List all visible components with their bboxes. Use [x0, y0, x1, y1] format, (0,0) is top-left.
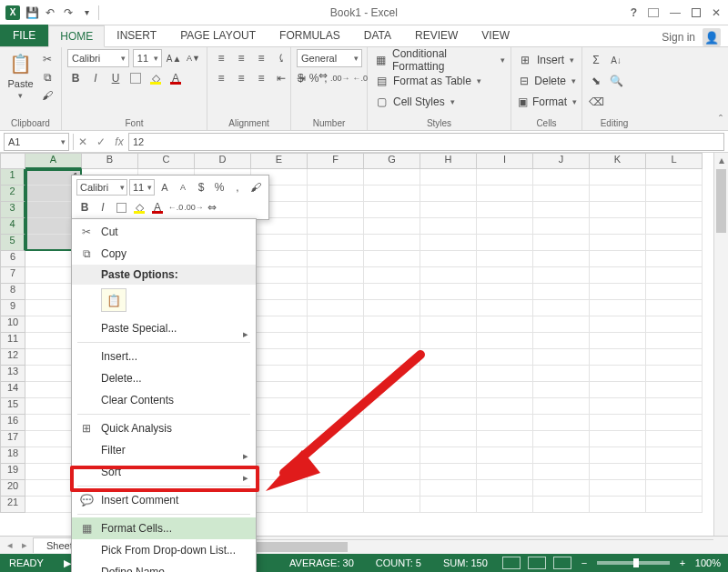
- cell[interactable]: [533, 415, 590, 431]
- cell[interactable]: [364, 398, 420, 415]
- cell[interactable]: [308, 316, 364, 333]
- cell[interactable]: [646, 464, 703, 480]
- cell[interactable]: [251, 284, 308, 300]
- cell[interactable]: [420, 300, 477, 316]
- cell[interactable]: [477, 333, 533, 349]
- cell[interactable]: [364, 186, 420, 202]
- cell[interactable]: [590, 300, 646, 316]
- cell[interactable]: [420, 202, 477, 218]
- column-header[interactable]: L: [646, 153, 703, 169]
- cm-quick-analysis[interactable]: ⊞Quick Analysis: [72, 417, 256, 439]
- cell[interactable]: [590, 284, 646, 300]
- cell[interactable]: [646, 202, 703, 218]
- cell[interactable]: [251, 382, 308, 398]
- cell[interactable]: [646, 398, 703, 415]
- cell[interactable]: [533, 169, 590, 186]
- page-layout-view-icon[interactable]: [528, 557, 546, 569]
- column-header[interactable]: K: [590, 153, 646, 169]
- cell[interactable]: [590, 316, 646, 333]
- scroll-thumb-vertical[interactable]: [716, 169, 726, 233]
- orientation-icon[interactable]: ⤹: [273, 50, 289, 66]
- cm-pick-from-list[interactable]: Pick From Drop-down List...: [72, 539, 256, 561]
- find-select-icon[interactable]: 🔍: [608, 73, 624, 89]
- paste-option-default[interactable]: 📋: [101, 288, 126, 312]
- column-header[interactable]: A: [25, 153, 82, 169]
- column-header[interactable]: I: [477, 153, 533, 169]
- cell[interactable]: [477, 202, 533, 218]
- column-header[interactable]: J: [533, 153, 590, 169]
- cell[interactable]: [477, 186, 533, 202]
- cell[interactable]: [590, 480, 646, 497]
- cell[interactable]: [308, 382, 364, 398]
- row-header[interactable]: 19: [0, 464, 25, 480]
- cell[interactable]: [420, 447, 477, 464]
- italic-button[interactable]: I: [87, 70, 104, 86]
- cell[interactable]: [364, 284, 420, 300]
- cell[interactable]: [590, 202, 646, 218]
- row-header[interactable]: 18: [0, 447, 25, 464]
- fill-icon[interactable]: ⬊: [588, 73, 604, 89]
- cell[interactable]: [364, 202, 420, 218]
- cell[interactable]: [364, 235, 420, 251]
- help-icon[interactable]: ?: [631, 6, 637, 19]
- cell[interactable]: [420, 415, 477, 431]
- cell[interactable]: [477, 316, 533, 333]
- cm-delete[interactable]: Delete...: [72, 367, 256, 389]
- cell[interactable]: [308, 447, 364, 464]
- cell[interactable]: [477, 251, 533, 267]
- column-header[interactable]: D: [195, 153, 251, 169]
- cell[interactable]: [364, 316, 420, 333]
- cell[interactable]: [364, 415, 420, 431]
- bold-button[interactable]: B: [67, 70, 84, 86]
- cell[interactable]: [420, 218, 477, 235]
- cell[interactable]: [533, 235, 590, 251]
- cell[interactable]: [308, 300, 364, 316]
- cell[interactable]: [590, 366, 646, 382]
- cell[interactable]: [646, 480, 703, 497]
- cell[interactable]: [590, 333, 646, 349]
- cell[interactable]: [308, 169, 364, 186]
- tab-view[interactable]: VIEW: [470, 25, 521, 46]
- cell[interactable]: [590, 186, 646, 202]
- clear-icon[interactable]: ⌫: [588, 94, 604, 110]
- name-box[interactable]: A1: [4, 133, 69, 151]
- cell[interactable]: [590, 497, 646, 513]
- cell[interactable]: [420, 284, 477, 300]
- cell[interactable]: [590, 415, 646, 431]
- row-header[interactable]: 11: [0, 333, 25, 349]
- row-header[interactable]: 15: [0, 398, 25, 415]
- cell[interactable]: [646, 497, 703, 513]
- cell[interactable]: [590, 251, 646, 267]
- vertical-scrollbar[interactable]: ▴ ▾: [713, 153, 728, 554]
- close-icon[interactable]: ✕: [712, 6, 721, 19]
- row-header[interactable]: 21: [0, 497, 25, 513]
- tab-file[interactable]: FILE: [0, 25, 48, 46]
- fill-color-button[interactable]: ◇: [147, 70, 164, 86]
- align-left-icon[interactable]: ≡: [213, 70, 229, 86]
- ribbon-display-icon[interactable]: [648, 8, 659, 17]
- tab-insert[interactable]: INSERT: [105, 25, 168, 46]
- column-header[interactable]: F: [308, 153, 364, 169]
- cell[interactable]: [477, 267, 533, 284]
- cancel-formula-icon[interactable]: ✕: [74, 133, 92, 151]
- cell[interactable]: [308, 415, 364, 431]
- conditional-formatting-button[interactable]: ▦Conditional Formatting▾: [373, 51, 505, 69]
- cell[interactable]: [364, 431, 420, 447]
- cell[interactable]: [251, 251, 308, 267]
- cell[interactable]: [420, 333, 477, 349]
- mt-font-combo[interactable]: Calibri: [76, 179, 127, 196]
- sort-filter-icon2[interactable]: A↓: [608, 52, 624, 68]
- sign-in-link[interactable]: Sign in: [662, 31, 695, 44]
- tab-review[interactable]: REVIEW: [403, 25, 470, 46]
- zoom-out-icon[interactable]: −: [579, 557, 590, 568]
- cm-format-cells[interactable]: ▦Format Cells...: [72, 517, 256, 539]
- cell[interactable]: [477, 497, 533, 513]
- cell[interactable]: [308, 398, 364, 415]
- select-all-corner[interactable]: [0, 153, 25, 169]
- mt-italic-button[interactable]: I: [95, 199, 111, 216]
- cell[interactable]: [533, 480, 590, 497]
- cell[interactable]: [251, 480, 308, 497]
- cell[interactable]: [477, 415, 533, 431]
- cell[interactable]: [590, 218, 646, 235]
- row-header[interactable]: 17: [0, 431, 25, 447]
